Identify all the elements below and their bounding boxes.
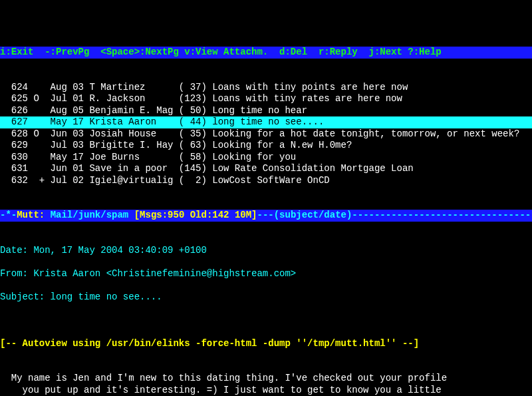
message-row[interactable]: 631 Jun 01 Save in a poor (145) Low Rate…: [0, 163, 532, 175]
autoview-banner: [-- Autoview using /usr/bin/elinks -forc…: [0, 338, 532, 350]
header-subject: Subject: long time no see....: [0, 292, 532, 303]
top-keybind-bar: i:Exit -:PrevPg <Space>:NextPg v:View At…: [0, 47, 532, 59]
message-row[interactable]: 624 Aug 03 T Martinez ( 37) Loans with t…: [0, 82, 532, 94]
message-index[interactable]: 624 Aug 03 T Martinez ( 37) Loans with t…: [0, 82, 532, 187]
message-row-selected[interactable]: 627 May 17 Krista Aaron ( 44) long time …: [0, 116, 532, 128]
body-line: you put up and it's interesting. =) I ju…: [0, 385, 532, 397]
message-row[interactable]: 632 + Jul 02 Igiel@virtualig ( 2) LowCos…: [0, 175, 532, 187]
message-row[interactable]: 628 O Jun 03 Josiah House ( 35) Looking …: [0, 128, 532, 140]
body-line: My name is Jen and I'm new to this datin…: [0, 373, 532, 385]
message-row[interactable]: 629 Jul 03 Brigitte I. Hay ( 63) Looking…: [0, 140, 532, 152]
message-row[interactable]: 626 Aug 05 Benjamin E. Mag ( 50) Long ti…: [0, 105, 532, 117]
header-date: Date: Mon, 17 May 2004 03:40:09 +0100: [0, 245, 532, 257]
message-row[interactable]: 625 O Jul 01 R. Jackson (123) Loans with…: [0, 93, 532, 105]
header-from: From: Krista Aaron <Christinefeminine@hi…: [0, 268, 532, 280]
message-row[interactable]: 630 May 17 Joe Burns ( 58) Looking for y…: [0, 152, 532, 164]
blank-line: [0, 315, 532, 327]
message-body: My name is Jen and I'm new to this datin…: [0, 373, 532, 396]
status-bar: -*-Mutt: Mail/junk/spam [Msgs:950 Old:14…: [0, 210, 532, 222]
